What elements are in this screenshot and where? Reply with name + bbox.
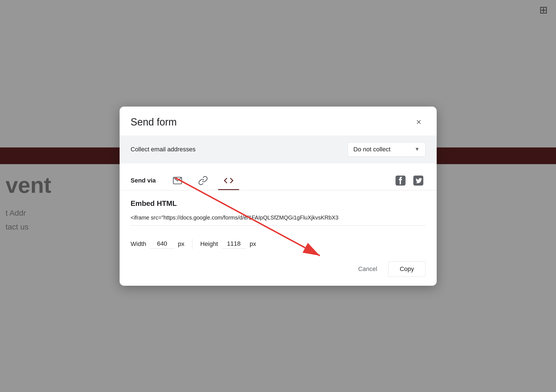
embed-url: <iframe src="https://docs.google.com/for… [131, 215, 426, 226]
copy-button[interactable]: Copy [388, 261, 425, 277]
twitter-button[interactable] [411, 173, 426, 188]
collect-dropdown-value: Do not collect [354, 146, 410, 153]
send-via-embed-button[interactable] [218, 171, 239, 190]
height-group: Height px [200, 239, 256, 249]
collect-section: Collect email addresses Do not collect ▼ [120, 135, 437, 163]
close-button[interactable]: × [412, 115, 426, 129]
width-group: Width px [131, 239, 185, 249]
link-icon [198, 176, 208, 186]
facebook-button[interactable] [393, 173, 408, 188]
width-input[interactable] [150, 239, 175, 249]
embed-title: Embed HTML [131, 199, 426, 208]
width-label: Width [131, 240, 146, 248]
width-unit: px [178, 240, 184, 248]
modal-footer: Cancel Copy [120, 256, 437, 286]
email-icon [172, 176, 182, 186]
send-icons [167, 171, 384, 190]
modal-backdrop: Send form × Collect email addresses Do n… [0, 0, 556, 392]
modal-title: Send form [131, 116, 177, 128]
dimensions-section: Width px Height px [120, 239, 437, 256]
code-icon [224, 176, 234, 186]
collect-label: Collect email addresses [131, 146, 196, 153]
height-label: Height [200, 240, 218, 248]
cancel-button[interactable]: Cancel [352, 262, 384, 277]
send-via-label: Send via [131, 177, 156, 184]
facebook-icon [396, 176, 406, 186]
modal-header: Send form × [120, 107, 437, 135]
height-input[interactable] [221, 239, 246, 249]
collect-dropdown[interactable]: Do not collect ▼ [348, 142, 426, 157]
dimension-divider [192, 239, 192, 249]
embed-section: Embed HTML <iframe src="https://docs.goo… [120, 190, 437, 239]
height-unit: px [250, 240, 256, 248]
send-form-modal: Send form × Collect email addresses Do n… [120, 107, 437, 286]
send-via-section: Send via [120, 163, 437, 190]
send-via-email-button[interactable] [167, 171, 188, 190]
twitter-icon [413, 176, 423, 186]
social-icons [393, 173, 426, 188]
send-via-link-button[interactable] [192, 171, 214, 190]
chevron-down-icon: ▼ [415, 146, 420, 152]
